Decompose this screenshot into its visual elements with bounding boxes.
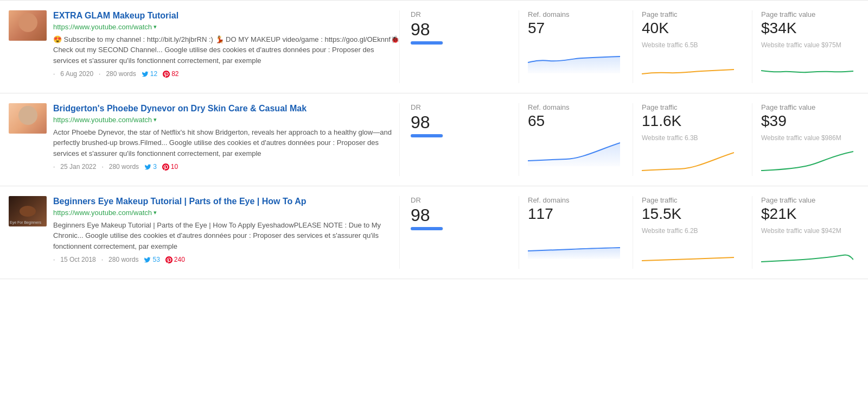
dr-bar-fill <box>411 41 443 45</box>
result-title[interactable]: Bridgerton's Phoebe Dynevor on Dry Skin … <box>53 103 399 115</box>
twitter-number: 3 <box>153 163 157 171</box>
meta-separator-1: · <box>53 70 55 78</box>
pinterest-number: 10 <box>171 163 178 171</box>
content-section: Bridgerton's Phoebe Dynevor on Dry Skin … <box>9 103 399 176</box>
page-traffic-value: 11.6K <box>642 114 743 129</box>
result-date: 25 Jan 2022 <box>60 163 96 171</box>
page-traffic-label: Page traffic <box>642 103 743 111</box>
url-dropdown-arrow[interactable]: ▾ <box>154 209 157 216</box>
page-traffic-value-chart <box>761 239 853 269</box>
text-content: EXTRA GLAM Makeup Tutorial https://www.y… <box>53 10 399 78</box>
ref-domains-label: Ref. domains <box>528 10 624 18</box>
meta-separator-2: · <box>101 163 103 171</box>
page-traffic-website: Website traffic 6.5B <box>642 41 743 49</box>
ref-domains-value: 117 <box>528 206 624 222</box>
page-traffic-value-label: Page traffic value <box>761 10 857 18</box>
word-count: 280 words <box>109 163 139 171</box>
dr-label: DR <box>411 103 508 111</box>
ref-domains-value: 57 <box>528 21 624 36</box>
meta-separator-2: · <box>101 256 103 263</box>
page-traffic-value-website: Website traffic value $986M <box>761 134 857 142</box>
pinterest-count: 10 <box>162 163 178 171</box>
pinterest-number: 240 <box>174 256 185 263</box>
results-container: EXTRA GLAM Makeup Tutorial https://www.y… <box>0 0 868 279</box>
result-row: Bridgerton's Phoebe Dynevor on Dry Skin … <box>0 93 868 186</box>
page-traffic-value-label: Page traffic value <box>761 103 857 111</box>
ref-domains-section: Ref. domains 57 <box>519 10 633 83</box>
page-traffic-chart <box>642 239 734 269</box>
page-traffic-value: 40K <box>642 21 743 36</box>
page-traffic-value: 15.5K <box>642 206 743 222</box>
text-content: Beginners Eye Makeup Tutorial | Parts of… <box>53 196 399 263</box>
url-text: https://www.youtube.com/watch <box>53 116 152 124</box>
twitter-count: 3 <box>144 163 157 171</box>
page-traffic-value-chart <box>761 53 853 83</box>
twitter-count: 53 <box>144 256 159 263</box>
dr-label: DR <box>411 196 508 204</box>
page-traffic-label: Page traffic <box>642 10 743 18</box>
dr-section: DR 98 <box>399 196 519 269</box>
ref-domains-chart <box>528 229 620 259</box>
result-row: Eye For Beginners Beginners Eye Makeup T… <box>0 186 868 279</box>
pinterest-count: 82 <box>163 70 178 78</box>
result-snippet: Actor Phoebe Dynevor, the star of Netfli… <box>53 127 399 159</box>
content-section: EXTRA GLAM Makeup Tutorial https://www.y… <box>9 10 399 83</box>
page-traffic-section: Page traffic 40K Website traffic 6.5B <box>633 10 752 83</box>
dr-bar <box>411 41 443 45</box>
result-meta: · 6 Aug 2020 · 280 words 12 82 <box>53 70 399 78</box>
ref-domains-label: Ref. domains <box>528 196 624 204</box>
result-url[interactable]: https://www.youtube.com/watch ▾ <box>53 209 399 217</box>
thumbnail: Eye For Beginners <box>9 196 47 226</box>
page-traffic-value-section: Page traffic value $39 Website traffic v… <box>752 103 866 176</box>
pinterest-count: 240 <box>165 256 185 263</box>
page-traffic-value-number: $21K <box>761 206 857 222</box>
ref-domains-chart <box>528 136 620 166</box>
text-content: Bridgerton's Phoebe Dynevor on Dry Skin … <box>53 103 399 171</box>
result-title[interactable]: EXTRA GLAM Makeup Tutorial <box>53 10 399 22</box>
meta-separator-1: · <box>53 256 55 263</box>
url-dropdown-arrow[interactable]: ▾ <box>154 23 157 30</box>
url-text: https://www.youtube.com/watch <box>53 209 152 217</box>
twitter-count: 12 <box>142 70 157 78</box>
ref-domains-chart <box>528 43 620 73</box>
ref-domains-label: Ref. domains <box>528 103 624 111</box>
page-traffic-chart <box>642 146 734 176</box>
meta-separator-2: · <box>99 70 100 78</box>
result-url[interactable]: https://www.youtube.com/watch ▾ <box>53 23 399 31</box>
page-traffic-chart <box>642 53 734 83</box>
result-snippet: Beginners Eye Makeup Tutorial | Parts of… <box>53 220 399 252</box>
ref-domains-section: Ref. domains 117 <box>519 196 633 269</box>
word-count: 280 words <box>106 70 136 78</box>
result-snippet: 😍 Subscribe to my channel : http://bit.l… <box>53 34 399 66</box>
url-text: https://www.youtube.com/watch <box>53 23 152 31</box>
thumbnail <box>9 103 47 134</box>
dr-bar-fill <box>411 227 443 230</box>
page-traffic-value-label: Page traffic value <box>761 196 857 204</box>
result-url[interactable]: https://www.youtube.com/watch ▾ <box>53 116 399 124</box>
dr-bar <box>411 134 443 137</box>
dr-value: 98 <box>411 206 508 224</box>
result-date: 15 Oct 2018 <box>60 256 95 263</box>
content-section: Eye For Beginners Beginners Eye Makeup T… <box>9 196 399 269</box>
dr-value: 98 <box>411 114 508 131</box>
ref-domains-section: Ref. domains 65 <box>519 103 633 176</box>
page-traffic-value-website: Website traffic value $975M <box>761 41 857 49</box>
page-traffic-value-number: $34K <box>761 21 857 36</box>
url-dropdown-arrow[interactable]: ▾ <box>154 116 157 123</box>
twitter-number: 53 <box>152 256 159 263</box>
page-traffic-website: Website traffic 6.2B <box>642 227 743 235</box>
page-traffic-value-number: $39 <box>761 114 857 129</box>
meta-separator-1: · <box>53 163 55 171</box>
page-traffic-label: Page traffic <box>642 196 743 204</box>
page-traffic-section: Page traffic 11.6K Website traffic 6.3B <box>633 103 752 176</box>
dr-value: 98 <box>411 21 508 38</box>
ref-domains-value: 65 <box>528 114 624 129</box>
thumbnail <box>9 10 47 41</box>
page-traffic-value-section: Page traffic value $34K Website traffic … <box>752 10 866 83</box>
twitter-number: 12 <box>150 70 157 78</box>
result-title[interactable]: Beginners Eye Makeup Tutorial | Parts of… <box>53 196 399 207</box>
result-meta: · 15 Oct 2018 · 280 words 53 240 <box>53 256 399 263</box>
dr-section: DR 98 <box>399 10 519 83</box>
dr-label: DR <box>411 10 508 18</box>
page-traffic-value-website: Website traffic value $942M <box>761 227 857 235</box>
